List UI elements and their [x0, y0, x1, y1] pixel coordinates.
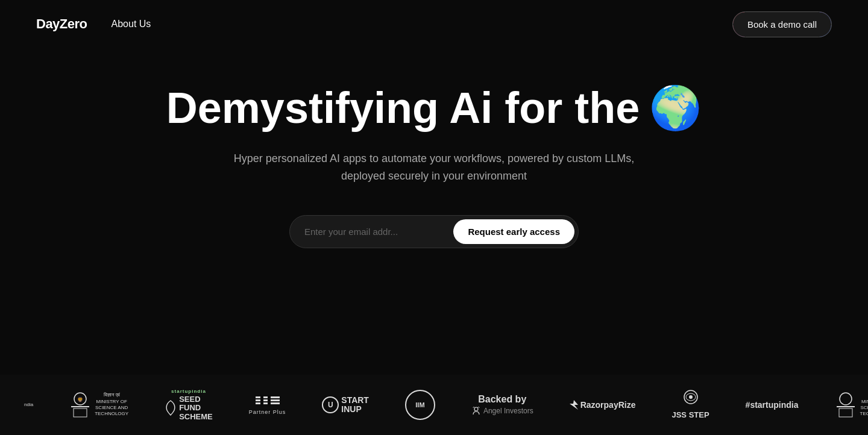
- iim-logo: IIM: [405, 390, 435, 420]
- logos-section: ndia 🦁 विज्ञान एवंMINISTRY OFSCIENCE AND…: [0, 375, 868, 435]
- list-item: 🦁 विज्ञान एवंMINISTRY OFSCIENCE ANDTECHN…: [69, 391, 128, 419]
- navbar: DayZero About Us Book a demo call: [0, 0, 868, 48]
- jss-step-label: JSS STEP: [671, 410, 709, 419]
- startinup-icon: U: [322, 396, 339, 413]
- logo: DayZero: [36, 16, 87, 32]
- list-item: Partner Plus: [249, 395, 286, 415]
- ibm-icon: [256, 395, 280, 407]
- nav-left: DayZero About Us: [36, 16, 151, 32]
- svg-point-11: [689, 395, 693, 399]
- svg-rect-2: [71, 406, 89, 407]
- backed-by-label: Backed by: [478, 394, 526, 405]
- request-early-access-button[interactable]: Request early access: [453, 219, 574, 244]
- hero-title: Demystifying Ai for the 🌍: [166, 84, 702, 132]
- svg-text:🦁: 🦁: [77, 396, 83, 402]
- startinup-label: STARTINUP: [341, 396, 369, 415]
- email-input[interactable]: [304, 227, 448, 237]
- angel-icon: [471, 406, 481, 416]
- list-item: JSS STEP: [671, 390, 709, 419]
- list-item: #startupindia: [746, 400, 799, 410]
- hero-subtitle-line1: Hyper personalized AI apps to automate y…: [234, 152, 634, 164]
- hero-section: Demystifying Ai for the 🌍 Hyper personal…: [0, 48, 868, 272]
- hero-title-text: Demystifying Ai for the: [166, 84, 640, 132]
- globe-emoji: 🌍: [649, 85, 702, 131]
- list-item: U STARTINUP: [322, 396, 369, 415]
- email-form: Request early access: [289, 215, 579, 248]
- ministry-label-2: विज्ञान एवंMINISTRY OFSCIENCE ANDTECHNOL…: [860, 392, 869, 418]
- angel-investors-label: Angel Investors: [471, 406, 533, 416]
- emblem-icon-2: [835, 392, 856, 418]
- backed-by-section: Backed by Angel Investors: [471, 394, 533, 416]
- ministry-label: विज्ञान एवंMINISTRY OFSCIENCE ANDTECHNOL…: [95, 392, 128, 418]
- list-item: विज्ञान एवंMINISTRY OFSCIENCE ANDTECHNOL…: [835, 391, 869, 419]
- svg-point-12: [840, 393, 852, 405]
- book-demo-button[interactable]: Book a demo call: [732, 11, 832, 37]
- leaf-icon: [165, 399, 177, 416]
- svg-rect-14: [839, 408, 852, 417]
- startupindia-hashtag: #startupindia: [746, 400, 799, 410]
- razorpay-icon: [570, 400, 578, 410]
- hero-subtitle-line2: deployed securely in your environment: [341, 170, 527, 182]
- logos-track: ndia 🦁 विज्ञान एवंMINISTRY OFSCIENCE AND…: [0, 389, 868, 421]
- hero-subtitle: Hyper personalized AI apps to automate y…: [234, 150, 634, 185]
- about-us-link[interactable]: About Us: [112, 19, 151, 30]
- svg-rect-13: [837, 406, 855, 407]
- list-item: RazorpayRize: [570, 400, 636, 410]
- list-item: startupindia SEEDFUNDSCHEME: [165, 389, 213, 421]
- jss-icon: [679, 390, 703, 408]
- svg-rect-7: [260, 395, 263, 407]
- list-item: IIM: [405, 390, 435, 420]
- razorpay-label: RazorpayRize: [570, 400, 636, 410]
- logo-label: ndia: [24, 402, 33, 408]
- list-item: ndia: [24, 402, 33, 408]
- emblem-icon: 🦁: [70, 392, 90, 418]
- svg-rect-8: [268, 395, 271, 407]
- svg-rect-3: [74, 408, 87, 417]
